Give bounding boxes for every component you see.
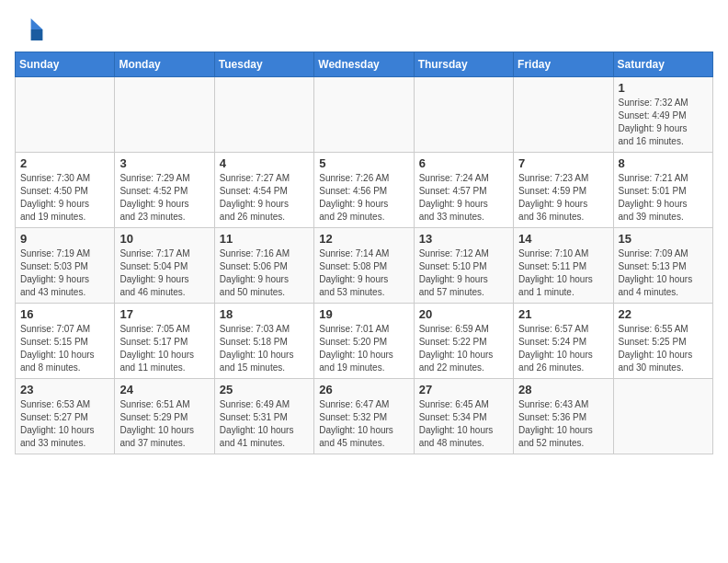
day-number: 26 <box>319 383 408 396</box>
calendar-cell <box>414 77 513 153</box>
calendar-cell: 8Sunrise: 7:21 AM Sunset: 5:01 PM Daylig… <box>613 153 712 228</box>
weekday-header: Sunday <box>16 52 115 77</box>
day-number: 8 <box>619 156 708 170</box>
day-number: 28 <box>518 383 608 396</box>
day-info: Sunrise: 6:59 AM Sunset: 5:22 PM Dayligh… <box>419 323 508 374</box>
day-number: 1 <box>619 81 708 95</box>
calendar-cell: 6Sunrise: 7:24 AM Sunset: 4:57 PM Daylig… <box>414 153 513 228</box>
day-number: 21 <box>518 307 608 321</box>
day-number: 12 <box>319 232 408 246</box>
calendar-cell: 11Sunrise: 7:16 AM Sunset: 5:06 PM Dayli… <box>214 228 313 304</box>
header <box>15 15 713 44</box>
day-info: Sunrise: 6:49 AM Sunset: 5:31 PM Dayligh… <box>220 398 309 450</box>
day-info: Sunrise: 7:16 AM Sunset: 5:06 PM Dayligh… <box>220 247 309 299</box>
calendar-week-row: 23Sunrise: 6:53 AM Sunset: 5:27 PM Dayli… <box>16 379 713 454</box>
calendar-cell: 7Sunrise: 7:23 AM Sunset: 4:59 PM Daylig… <box>514 153 613 228</box>
weekday-header: Monday <box>115 52 214 77</box>
calendar-cell: 5Sunrise: 7:26 AM Sunset: 4:56 PM Daylig… <box>314 153 414 228</box>
day-number: 16 <box>20 307 109 321</box>
weekday-header: Saturday <box>613 52 712 77</box>
day-number: 15 <box>619 232 708 246</box>
calendar-cell: 19Sunrise: 7:01 AM Sunset: 5:20 PM Dayli… <box>314 304 414 379</box>
calendar-cell <box>214 77 313 153</box>
calendar-cell <box>16 77 115 153</box>
calendar-cell: 10Sunrise: 7:17 AM Sunset: 5:04 PM Dayli… <box>115 228 214 304</box>
day-info: Sunrise: 7:05 AM Sunset: 5:17 PM Dayligh… <box>119 323 209 374</box>
day-info: Sunrise: 6:51 AM Sunset: 5:29 PM Dayligh… <box>119 398 209 450</box>
calendar-cell: 2Sunrise: 7:30 AM Sunset: 4:50 PM Daylig… <box>16 153 115 228</box>
day-number: 22 <box>619 307 708 321</box>
day-info: Sunrise: 7:01 AM Sunset: 5:20 PM Dayligh… <box>319 323 408 374</box>
day-info: Sunrise: 7:29 AM Sunset: 4:52 PM Dayligh… <box>119 172 209 224</box>
day-info: Sunrise: 7:03 AM Sunset: 5:18 PM Dayligh… <box>220 323 309 374</box>
day-info: Sunrise: 6:57 AM Sunset: 5:24 PM Dayligh… <box>518 323 608 374</box>
calendar-cell: 23Sunrise: 6:53 AM Sunset: 5:27 PM Dayli… <box>16 379 115 454</box>
weekday-header: Wednesday <box>314 52 414 77</box>
header-row: SundayMondayTuesdayWednesdayThursdayFrid… <box>16 52 713 77</box>
calendar-cell: 1Sunrise: 7:32 AM Sunset: 4:49 PM Daylig… <box>613 77 712 153</box>
svg-marker-1 <box>31 29 43 40</box>
calendar-table: SundayMondayTuesdayWednesdayThursdayFrid… <box>15 52 713 454</box>
day-number: 20 <box>419 307 508 321</box>
day-info: Sunrise: 6:45 AM Sunset: 5:34 PM Dayligh… <box>419 398 508 450</box>
day-number: 5 <box>319 156 408 170</box>
calendar-week-row: 2Sunrise: 7:30 AM Sunset: 4:50 PM Daylig… <box>16 153 713 228</box>
calendar-week-row: 1Sunrise: 7:32 AM Sunset: 4:49 PM Daylig… <box>16 77 713 153</box>
calendar-week-row: 16Sunrise: 7:07 AM Sunset: 5:15 PM Dayli… <box>16 304 713 379</box>
calendar-cell: 12Sunrise: 7:14 AM Sunset: 5:08 PM Dayli… <box>314 228 414 304</box>
calendar-cell: 16Sunrise: 7:07 AM Sunset: 5:15 PM Dayli… <box>16 304 115 379</box>
calendar-cell: 21Sunrise: 6:57 AM Sunset: 5:24 PM Dayli… <box>514 304 613 379</box>
day-info: Sunrise: 6:53 AM Sunset: 5:27 PM Dayligh… <box>20 398 109 450</box>
day-number: 11 <box>220 232 309 246</box>
calendar-cell: 24Sunrise: 6:51 AM Sunset: 5:29 PM Dayli… <box>115 379 214 454</box>
day-info: Sunrise: 7:24 AM Sunset: 4:57 PM Dayligh… <box>419 172 508 224</box>
day-info: Sunrise: 7:14 AM Sunset: 5:08 PM Dayligh… <box>319 247 408 299</box>
day-number: 23 <box>20 383 109 396</box>
calendar-cell: 25Sunrise: 6:49 AM Sunset: 5:31 PM Dayli… <box>214 379 313 454</box>
calendar-cell <box>613 379 712 454</box>
day-number: 10 <box>119 232 209 246</box>
calendar-cell: 18Sunrise: 7:03 AM Sunset: 5:18 PM Dayli… <box>214 304 313 379</box>
day-info: Sunrise: 7:10 AM Sunset: 5:11 PM Dayligh… <box>518 247 608 299</box>
day-info: Sunrise: 6:47 AM Sunset: 5:32 PM Dayligh… <box>319 398 408 450</box>
day-number: 18 <box>220 307 309 321</box>
calendar-cell: 9Sunrise: 7:19 AM Sunset: 5:03 PM Daylig… <box>16 228 115 304</box>
day-info: Sunrise: 7:17 AM Sunset: 5:04 PM Dayligh… <box>119 247 209 299</box>
calendar-cell <box>514 77 613 153</box>
calendar-cell: 17Sunrise: 7:05 AM Sunset: 5:17 PM Dayli… <box>115 304 214 379</box>
calendar-body: 1Sunrise: 7:32 AM Sunset: 4:49 PM Daylig… <box>16 77 713 454</box>
day-number: 6 <box>419 156 508 170</box>
day-number: 9 <box>20 232 109 246</box>
day-info: Sunrise: 7:21 AM Sunset: 5:01 PM Dayligh… <box>619 172 708 224</box>
day-info: Sunrise: 7:23 AM Sunset: 4:59 PM Dayligh… <box>518 172 608 224</box>
weekday-header: Thursday <box>414 52 513 77</box>
calendar-cell: 28Sunrise: 6:43 AM Sunset: 5:36 PM Dayli… <box>514 379 613 454</box>
calendar-cell: 15Sunrise: 7:09 AM Sunset: 5:13 PM Dayli… <box>613 228 712 304</box>
calendar-cell: 26Sunrise: 6:47 AM Sunset: 5:32 PM Dayli… <box>314 379 414 454</box>
svg-marker-0 <box>31 18 43 29</box>
day-number: 24 <box>119 383 209 396</box>
day-info: Sunrise: 6:55 AM Sunset: 5:25 PM Dayligh… <box>619 323 708 374</box>
calendar-cell: 3Sunrise: 7:29 AM Sunset: 4:52 PM Daylig… <box>115 153 214 228</box>
day-info: Sunrise: 7:32 AM Sunset: 4:49 PM Dayligh… <box>619 97 708 148</box>
day-number: 7 <box>518 156 608 170</box>
calendar-week-row: 9Sunrise: 7:19 AM Sunset: 5:03 PM Daylig… <box>16 228 713 304</box>
day-number: 19 <box>319 307 408 321</box>
day-number: 14 <box>518 232 608 246</box>
day-info: Sunrise: 7:07 AM Sunset: 5:15 PM Dayligh… <box>20 323 109 374</box>
calendar-cell: 14Sunrise: 7:10 AM Sunset: 5:11 PM Dayli… <box>514 228 613 304</box>
calendar-cell: 27Sunrise: 6:45 AM Sunset: 5:34 PM Dayli… <box>414 379 513 454</box>
calendar-header: SundayMondayTuesdayWednesdayThursdayFrid… <box>16 52 713 77</box>
day-number: 4 <box>220 156 309 170</box>
calendar-cell <box>314 77 414 153</box>
calendar-cell: 13Sunrise: 7:12 AM Sunset: 5:10 PM Dayli… <box>414 228 513 304</box>
day-number: 25 <box>220 383 309 396</box>
day-number: 3 <box>119 156 209 170</box>
day-info: Sunrise: 7:26 AM Sunset: 4:56 PM Dayligh… <box>319 172 408 224</box>
day-number: 13 <box>419 232 508 246</box>
logo <box>15 15 48 44</box>
day-info: Sunrise: 7:12 AM Sunset: 5:10 PM Dayligh… <box>419 247 508 299</box>
day-info: Sunrise: 7:09 AM Sunset: 5:13 PM Dayligh… <box>619 247 708 299</box>
day-info: Sunrise: 7:27 AM Sunset: 4:54 PM Dayligh… <box>220 172 309 224</box>
day-info: Sunrise: 6:43 AM Sunset: 5:36 PM Dayligh… <box>518 398 608 450</box>
